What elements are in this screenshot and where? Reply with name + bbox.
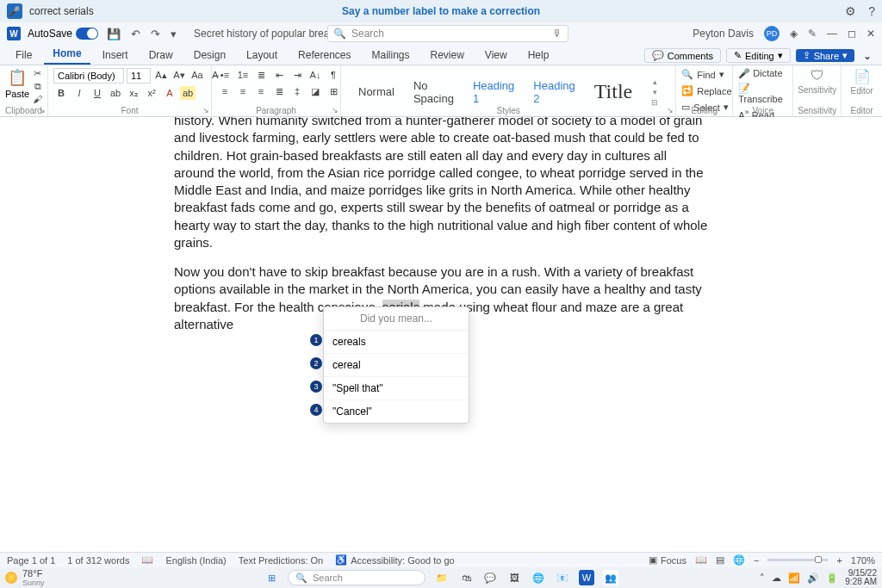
focus-mode[interactable]: ▣ Focus xyxy=(649,554,686,566)
spellcheck-icon[interactable]: 📖 xyxy=(141,554,153,566)
paragraph-1[interactable]: history. When humanity switched from a h… xyxy=(174,117,708,251)
styles-up-icon[interactable]: ▴ xyxy=(653,77,657,86)
zoom-out-icon[interactable]: − xyxy=(754,555,759,566)
paragraph-launcher-icon[interactable]: ↘ xyxy=(332,106,339,115)
save-icon[interactable]: 💾 xyxy=(105,28,122,40)
bullets-icon[interactable]: •≡ xyxy=(217,68,233,82)
line-spacing-icon[interactable]: ‡ xyxy=(289,84,305,98)
toggle-on-icon[interactable] xyxy=(76,28,98,40)
font-color-icon[interactable]: A xyxy=(162,86,177,100)
taskbar-search[interactable]: 🔍 Search xyxy=(288,570,425,585)
comments-button[interactable]: 💬 Comments xyxy=(644,48,721,63)
clipboard-launcher-icon[interactable]: ↘ xyxy=(39,106,46,115)
teams-icon[interactable]: 👥 xyxy=(603,570,618,585)
editor-icon[interactable]: 📄 xyxy=(854,68,871,84)
zoom-level[interactable]: 170% xyxy=(851,555,875,566)
borders-icon[interactable]: ⊞ xyxy=(326,84,341,98)
tab-insert[interactable]: Insert xyxy=(94,46,137,65)
zoom-in-icon[interactable]: + xyxy=(836,555,842,566)
tab-mailings[interactable]: Mailings xyxy=(363,46,418,65)
sensitivity-button[interactable]: Sensitivity xyxy=(798,85,836,95)
pen-icon[interactable]: ✎ xyxy=(808,28,817,40)
styles-more-icon[interactable]: ⊟ xyxy=(651,98,658,107)
wifi-icon[interactable]: 📶 xyxy=(788,573,800,584)
grow-font-icon[interactable]: A▴ xyxy=(153,68,169,82)
tab-references[interactable]: References xyxy=(289,46,359,65)
editing-mode-button[interactable]: ✎ Editing ▾ xyxy=(726,48,791,63)
suggestion-spell[interactable]: 3"Spell that" xyxy=(324,377,469,400)
undo-icon[interactable]: ↶ xyxy=(129,28,142,40)
numbering-icon[interactable]: 1≡ xyxy=(235,68,251,82)
transcribe-button[interactable]: 📝 Transcribe xyxy=(738,83,787,104)
store-icon[interactable]: 🛍 xyxy=(458,570,474,585)
mail-icon[interactable]: 📧 xyxy=(555,570,570,585)
increase-indent-icon[interactable]: ⇥ xyxy=(289,68,305,82)
zoom-slider[interactable] xyxy=(767,559,828,561)
bold-icon[interactable]: B xyxy=(53,86,69,100)
print-layout-icon[interactable]: ▤ xyxy=(716,554,724,566)
style-title[interactable]: Title xyxy=(594,80,632,103)
styles-down-icon[interactable]: ▾ xyxy=(653,88,657,96)
paste-button[interactable]: 📋 Paste xyxy=(5,68,29,99)
photos-icon[interactable]: 🖼 xyxy=(506,570,522,585)
suggestion-2[interactable]: 2cereal xyxy=(324,354,469,377)
multilevel-icon[interactable]: ≣ xyxy=(253,68,269,82)
italic-icon[interactable]: I xyxy=(71,86,87,100)
subscript-icon[interactable]: x₂ xyxy=(126,86,141,100)
tab-home[interactable]: Home xyxy=(44,44,90,65)
help-icon[interactable]: ? xyxy=(868,4,875,18)
shading-icon[interactable]: ◪ xyxy=(307,84,323,98)
minimize-icon[interactable]: — xyxy=(827,28,837,40)
clock[interactable]: 9/15/22 9:28 AM xyxy=(845,569,877,586)
find-button[interactable]: 🔍 Find ▾ xyxy=(681,68,724,81)
tab-layout[interactable]: Layout xyxy=(238,46,286,65)
styles-launcher-icon[interactable]: ↘ xyxy=(667,106,674,115)
language-status[interactable]: English (India) xyxy=(165,555,226,566)
style-heading2[interactable]: Heading 2 xyxy=(533,79,575,105)
battery-icon[interactable]: 🔋 xyxy=(826,573,838,584)
style-nospacing[interactable]: No Spacing xyxy=(413,79,454,105)
dictate-button[interactable]: 🎤 Dictate xyxy=(738,68,782,79)
user-avatar[interactable]: PD xyxy=(764,26,780,41)
accessibility-status[interactable]: ♿ Accessibility: Good to go xyxy=(335,554,454,566)
align-center-icon[interactable]: ≡ xyxy=(235,84,251,98)
share-button[interactable]: ⇪ Share ▾ xyxy=(796,49,854,62)
diamond-icon[interactable]: ◈ xyxy=(790,28,798,40)
font-name-select[interactable] xyxy=(53,68,124,84)
weather-widget[interactable]: 78°F Sunny xyxy=(5,568,45,587)
suggestion-1[interactable]: 1cereals xyxy=(324,331,469,354)
redo-icon[interactable]: ↷ xyxy=(149,28,162,40)
tray-chevron-icon[interactable]: ˄ xyxy=(760,573,765,584)
sensitivity-icon[interactable]: 🛡 xyxy=(811,68,824,84)
copy-icon[interactable]: ⧉ xyxy=(34,81,41,92)
tab-design[interactable]: Design xyxy=(185,46,234,65)
decrease-indent-icon[interactable]: ⇤ xyxy=(271,68,287,82)
editor-button[interactable]: Editor xyxy=(851,86,873,96)
tab-view[interactable]: View xyxy=(476,46,516,65)
pilcrow-icon[interactable]: ¶ xyxy=(326,68,341,82)
web-layout-icon[interactable]: 🌐 xyxy=(733,554,745,566)
align-right-icon[interactable]: ≡ xyxy=(253,84,269,98)
suggestion-cancel[interactable]: 4"Cancel" xyxy=(324,400,469,423)
settings-icon[interactable]: ⚙ xyxy=(845,4,856,18)
document-page[interactable]: history. When humanity switched from a h… xyxy=(88,117,794,333)
tab-help[interactable]: Help xyxy=(519,46,558,65)
close-icon[interactable]: ✕ xyxy=(866,28,875,40)
style-normal[interactable]: Normal xyxy=(358,85,394,98)
read-mode-icon[interactable]: 📖 xyxy=(695,554,707,566)
tab-draw[interactable]: Draw xyxy=(140,46,182,65)
underline-icon[interactable]: U xyxy=(90,86,105,100)
volume-icon[interactable]: 🔊 xyxy=(807,573,819,584)
tab-file[interactable]: File xyxy=(7,46,40,65)
highlight-icon[interactable]: ab xyxy=(180,86,196,100)
qat-customize-icon[interactable]: ▾ xyxy=(169,28,178,40)
search-mic-icon[interactable]: 🎙 xyxy=(552,28,562,40)
chat-icon[interactable]: 💬 xyxy=(482,570,498,585)
tab-review[interactable]: Review xyxy=(422,46,473,65)
autosave-toggle[interactable]: AutoSave xyxy=(28,28,98,40)
cut-icon[interactable]: ✂ xyxy=(34,68,41,79)
user-name[interactable]: Peyton Davis xyxy=(693,28,754,40)
font-size-select[interactable] xyxy=(127,68,151,84)
sort-icon[interactable]: A↓ xyxy=(307,68,323,82)
page-count[interactable]: Page 1 of 1 xyxy=(7,555,55,566)
